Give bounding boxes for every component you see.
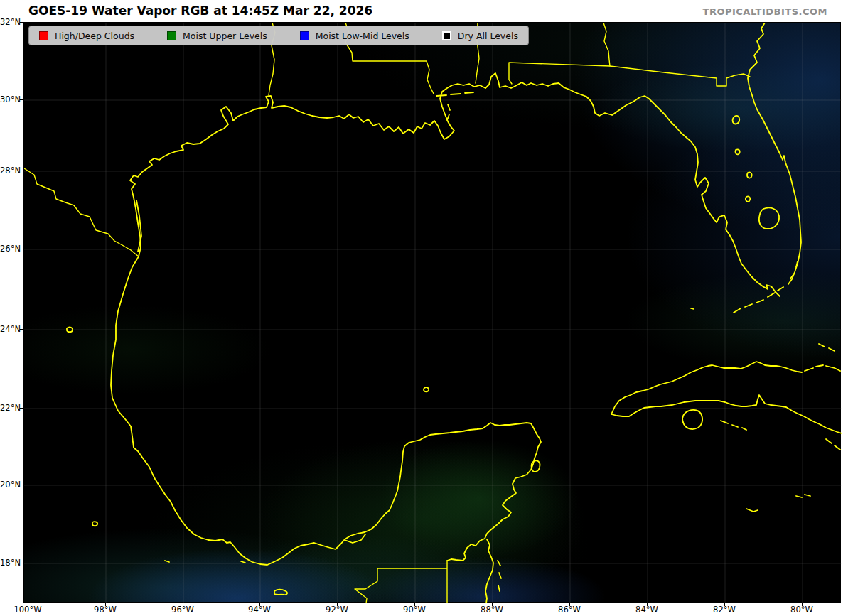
lon-tick-label: 98°W [85,605,125,615]
legend-label: Dry All Levels [458,31,518,41]
lat-tick-label: 32°N [0,17,21,27]
lat-tick-label: 30°N [0,94,21,104]
lon-tick-label: 80°W [782,605,822,615]
legend-label: Moist Low-Mid Levels [316,31,409,41]
lat-tick-label: 18°N [0,558,21,568]
legend-item-dry: Dry All Levels [442,31,518,41]
legend-label: High/Deep Clouds [55,31,134,41]
lon-tick-label: 92°W [317,605,357,615]
lon-tick-label: 88°W [472,605,512,615]
lon-tick-label: 82°W [704,605,744,615]
satellite-map-page: GOES-19 Water Vapor RGB at 14:45Z Mar 22… [0,0,853,616]
lon-tick-label: 84°W [627,605,667,615]
lon-tick-label: 90°W [395,605,434,615]
coastline-overlay [24,23,842,603]
lat-tick-label: 28°N [0,166,21,175]
blue-square-swatch-icon [300,31,309,40]
legend-label: Moist Upper Levels [183,31,267,41]
legend-item-moist-upper: Moist Upper Levels [167,31,267,41]
site-watermark: TROPICALTIDBITS.COM [703,6,827,17]
graticule-grid [24,23,842,603]
lat-tick-label: 22°N [0,403,21,413]
lon-tick-label: 86°W [549,605,589,615]
black-square-swatch-icon [442,31,451,40]
satellite-map-image: High/Deep Clouds Moist Upper Levels Mois… [23,22,841,603]
lat-tick-label: 26°N [0,244,21,254]
lon-tick-label: 94°W [240,605,279,615]
legend-item-moist-lowmid: Moist Low-Mid Levels [300,31,409,41]
green-square-swatch-icon [167,31,176,40]
lon-tick-label: 100°W [8,605,48,615]
page-title: GOES-19 Water Vapor RGB at 14:45Z Mar 22… [28,4,372,18]
lat-tick-label: 24°N [0,324,21,334]
map-legend: High/Deep Clouds Moist Upper Levels Mois… [28,26,529,45]
state-country-borders [24,23,750,603]
red-square-swatch-icon [39,31,48,40]
legend-item-high-deep-clouds: High/Deep Clouds [39,31,134,41]
lat-tick-label: 20°N [0,480,21,490]
lon-tick-label: 96°W [163,605,203,615]
